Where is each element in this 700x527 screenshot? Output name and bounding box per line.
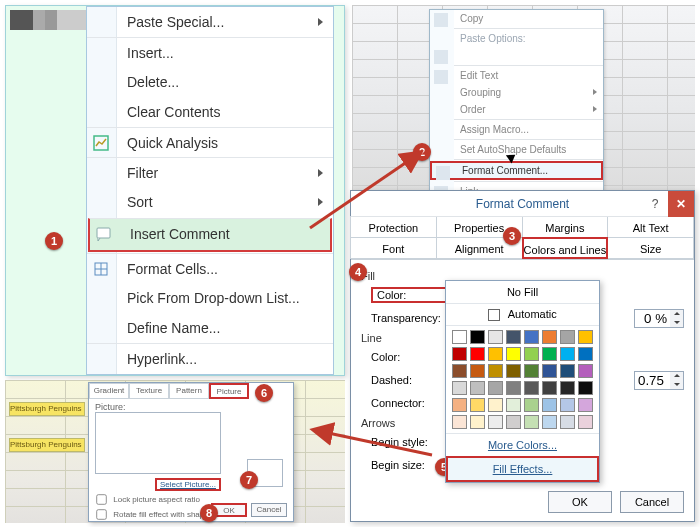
color-swatch[interactable] bbox=[470, 398, 485, 412]
menu-define-name[interactable]: Define Name... bbox=[87, 313, 333, 343]
tab-pattern[interactable]: Pattern bbox=[169, 383, 209, 399]
cancel-button[interactable]: Cancel bbox=[620, 491, 684, 513]
automatic-color-option[interactable]: Automatic bbox=[446, 304, 599, 326]
paste-option-icon-row[interactable] bbox=[430, 47, 603, 64]
transparency-value[interactable] bbox=[634, 309, 670, 328]
auto-swatch-icon bbox=[488, 309, 500, 321]
tab-colors-and-lines[interactable]: Colors and Lines bbox=[522, 237, 609, 259]
color-swatch[interactable] bbox=[470, 347, 485, 361]
no-fill-option[interactable]: No Fill bbox=[446, 281, 599, 304]
color-swatch[interactable] bbox=[452, 381, 467, 395]
color-swatch[interactable] bbox=[524, 398, 539, 412]
color-swatch[interactable] bbox=[488, 330, 503, 344]
tab-alt-text[interactable]: Alt Text bbox=[607, 216, 694, 238]
color-swatch[interactable] bbox=[524, 364, 539, 378]
line-weight-spinner[interactable] bbox=[634, 371, 684, 390]
menu-paste-special[interactable]: Paste Special... bbox=[87, 7, 333, 37]
color-swatch[interactable] bbox=[560, 415, 575, 429]
tab-gradient[interactable]: Gradient bbox=[89, 383, 129, 399]
menu-clear-contents[interactable]: Clear Contents bbox=[87, 97, 333, 127]
color-swatch[interactable] bbox=[560, 330, 575, 344]
spin-up[interactable] bbox=[670, 310, 683, 319]
color-swatch[interactable] bbox=[452, 330, 467, 344]
menu-grouping[interactable]: Grouping bbox=[430, 84, 603, 101]
color-swatch[interactable] bbox=[470, 364, 485, 378]
tab-protection[interactable]: Protection bbox=[350, 216, 437, 238]
menu-quick-analysis[interactable]: Quick Analysis bbox=[87, 127, 333, 157]
checkbox[interactable] bbox=[96, 494, 106, 504]
color-swatch[interactable] bbox=[452, 364, 467, 378]
menu-insert-comment[interactable]: Insert Comment bbox=[88, 218, 332, 252]
color-swatch[interactable] bbox=[506, 398, 521, 412]
color-swatch[interactable] bbox=[560, 364, 575, 378]
spin-down[interactable] bbox=[670, 380, 683, 389]
color-swatch[interactable] bbox=[524, 415, 539, 429]
color-swatch[interactable] bbox=[524, 330, 539, 344]
color-swatch[interactable] bbox=[488, 398, 503, 412]
transparency-spinner[interactable] bbox=[634, 309, 684, 328]
menu-order[interactable]: Order bbox=[430, 101, 603, 118]
color-swatch[interactable] bbox=[578, 398, 593, 412]
color-swatch[interactable] bbox=[560, 381, 575, 395]
color-swatch[interactable] bbox=[452, 347, 467, 361]
menu-insert[interactable]: Insert... bbox=[87, 37, 333, 67]
color-swatch[interactable] bbox=[542, 364, 557, 378]
menu-pick-from-list[interactable]: Pick From Drop-down List... bbox=[87, 283, 333, 313]
spin-up[interactable] bbox=[670, 372, 683, 381]
color-swatch[interactable] bbox=[488, 364, 503, 378]
color-swatch[interactable] bbox=[524, 381, 539, 395]
color-swatch[interactable] bbox=[452, 398, 467, 412]
color-swatch[interactable] bbox=[506, 347, 521, 361]
checkbox[interactable] bbox=[96, 509, 106, 519]
color-swatch[interactable] bbox=[542, 398, 557, 412]
color-swatch[interactable] bbox=[578, 364, 593, 378]
spin-down[interactable] bbox=[670, 318, 683, 327]
edit-text-icon bbox=[434, 70, 448, 84]
color-swatch[interactable] bbox=[578, 381, 593, 395]
menu-assign-macro[interactable]: Assign Macro... bbox=[430, 121, 603, 138]
color-swatch[interactable] bbox=[470, 415, 485, 429]
color-swatch[interactable] bbox=[524, 347, 539, 361]
menu-copy[interactable]: Copy bbox=[430, 10, 603, 27]
menu-filter[interactable]: Filter bbox=[87, 157, 333, 187]
color-swatch[interactable] bbox=[452, 415, 467, 429]
color-swatch[interactable] bbox=[542, 415, 557, 429]
menu-edit-text[interactable]: Edit Text bbox=[430, 67, 603, 84]
copy-icon bbox=[434, 13, 448, 27]
menu-sort[interactable]: Sort bbox=[87, 187, 333, 217]
color-swatch[interactable] bbox=[488, 381, 503, 395]
close-button[interactable]: ✕ bbox=[668, 191, 694, 217]
color-swatch[interactable] bbox=[560, 398, 575, 412]
cancel-button[interactable]: Cancel bbox=[251, 503, 287, 517]
more-colors-option[interactable]: More Colors... bbox=[446, 433, 599, 456]
color-swatch[interactable] bbox=[542, 347, 557, 361]
help-button[interactable]: ? bbox=[642, 191, 668, 217]
color-swatch[interactable] bbox=[506, 364, 521, 378]
tab-font[interactable]: Font bbox=[350, 237, 437, 259]
color-swatch[interactable] bbox=[542, 381, 557, 395]
color-swatch[interactable] bbox=[506, 330, 521, 344]
color-swatch[interactable] bbox=[578, 415, 593, 429]
tab-picture[interactable]: Picture bbox=[209, 383, 249, 399]
tab-size[interactable]: Size bbox=[607, 237, 694, 259]
ok-button[interactable]: OK bbox=[548, 491, 612, 513]
line-weight-value[interactable] bbox=[634, 371, 670, 390]
color-swatch[interactable] bbox=[542, 330, 557, 344]
color-swatch[interactable] bbox=[506, 381, 521, 395]
color-swatch[interactable] bbox=[488, 347, 503, 361]
color-swatch[interactable] bbox=[560, 347, 575, 361]
color-swatch[interactable] bbox=[506, 415, 521, 429]
select-picture-button[interactable]: Select Picture... bbox=[155, 478, 221, 491]
color-swatch[interactable] bbox=[470, 330, 485, 344]
menu-hyperlink[interactable]: Hyperlink... bbox=[87, 343, 333, 373]
color-swatch[interactable] bbox=[488, 415, 503, 429]
fill-effects-option[interactable]: Fill Effects... bbox=[446, 456, 599, 482]
color-swatch[interactable] bbox=[578, 330, 593, 344]
tab-texture[interactable]: Texture bbox=[129, 383, 169, 399]
color-swatch[interactable] bbox=[578, 347, 593, 361]
transparency-label: Transparency: bbox=[371, 312, 451, 324]
menu-format-cells[interactable]: Format Cells... bbox=[87, 253, 333, 283]
menu-delete[interactable]: Delete... bbox=[87, 67, 333, 97]
tab-margins[interactable]: Margins bbox=[522, 216, 609, 238]
color-swatch[interactable] bbox=[470, 381, 485, 395]
